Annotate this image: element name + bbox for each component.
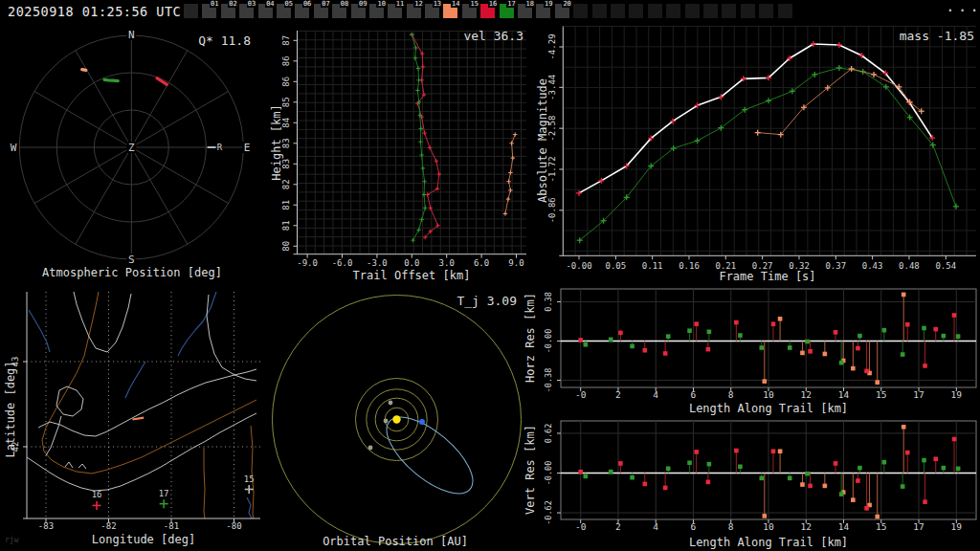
station-chip-09[interactable]: 09 <box>351 4 366 18</box>
station-chip-14[interactable]: 14 <box>443 4 457 18</box>
station-chip-12[interactable]: 12 <box>407 4 421 18</box>
svg-text:6.0: 6.0 <box>474 258 489 268</box>
svg-text:-81: -81 <box>164 521 179 531</box>
svg-text:86: 86 <box>281 55 291 66</box>
station-chip[interactable] <box>759 4 773 18</box>
svg-text:14: 14 <box>838 389 850 400</box>
svg-text:82: 82 <box>281 179 291 189</box>
svg-text:0.48: 0.48 <box>899 261 920 271</box>
svg-text:10: 10 <box>763 521 774 532</box>
station-chip-03[interactable]: 03 <box>239 4 254 18</box>
trail-ylabel: Height [km] <box>270 104 283 180</box>
station-chip-07[interactable]: 07 <box>314 4 328 18</box>
station-chip-05[interactable]: 05 <box>277 4 291 18</box>
station-chip[interactable] <box>611 4 625 18</box>
station-chip-15[interactable]: 15 <box>462 4 477 18</box>
mag-xlabel: Frame Time [s] <box>719 270 815 283</box>
svg-text:4: 4 <box>653 389 658 400</box>
velocity-value: vel 36.3 <box>463 29 523 43</box>
svg-text:-82: -82 <box>100 521 116 531</box>
station-chip[interactable] <box>722 4 736 18</box>
map-ground-track <box>132 418 144 420</box>
svg-text:-9.0: -9.0 <box>297 258 318 268</box>
planet-dot <box>384 419 389 424</box>
svg-text:17: 17 <box>913 521 924 532</box>
map-station-17: 17 <box>159 489 169 509</box>
svg-text:12: 12 <box>801 389 812 400</box>
svg-text:-0.62: -0.62 <box>544 500 553 525</box>
earth-dot <box>419 419 425 425</box>
station-chip-19[interactable]: 19 <box>536 4 550 18</box>
station-chip[interactable] <box>666 4 680 18</box>
station-chip-label: 19 <box>544 0 553 8</box>
app-root: 20250918 01:25:56 UTC 010203040506070809… <box>0 0 980 551</box>
station-chip-label: 04 <box>265 0 275 8</box>
svg-text:8: 8 <box>728 521 734 532</box>
svg-text:6: 6 <box>691 521 697 532</box>
svg-text:0.62: 0.62 <box>544 424 553 443</box>
svg-text:Z: Z <box>128 142 135 154</box>
svg-text:0.0: 0.0 <box>404 258 419 268</box>
station-chip[interactable] <box>573 4 588 18</box>
station-chip[interactable] <box>184 4 198 18</box>
station-chip[interactable] <box>778 4 792 18</box>
station-chip-label: 02 <box>228 0 237 8</box>
planet-dot <box>389 401 393 406</box>
svg-text:6: 6 <box>691 389 697 400</box>
svg-text:0.16: 0.16 <box>679 261 700 271</box>
station-chip-04[interactable]: 04 <box>258 4 273 18</box>
svg-text:17: 17 <box>159 489 169 498</box>
map-station-16: 16 <box>92 490 102 510</box>
station-chip-17[interactable]: 17 <box>500 4 514 18</box>
station-chip[interactable] <box>648 4 662 18</box>
station-chip[interactable] <box>629 4 643 18</box>
station-chip-06[interactable]: 06 <box>295 4 309 18</box>
trail-xlabel: Trail Offset [km] <box>353 269 471 282</box>
svg-text:14: 14 <box>838 521 850 532</box>
station-chip-02[interactable]: 02 <box>221 4 235 18</box>
magnitude-plot: -0.000.050.110.160.210.270.320.370.430.4… <box>547 27 976 272</box>
horz-res-ylabel: Horz Res [km] <box>523 293 537 383</box>
station-chip-11[interactable]: 11 <box>388 4 402 18</box>
svg-text:15: 15 <box>876 389 886 400</box>
svg-text:80: 80 <box>281 241 291 252</box>
svg-text:0.37: 0.37 <box>825 261 846 271</box>
mag-series-station-14 <box>755 66 924 138</box>
svg-text:-4.29: -4.29 <box>547 33 557 59</box>
watermark: rjw <box>5 536 18 544</box>
station-chip-label: 12 <box>413 0 423 8</box>
svg-text:81: 81 <box>281 200 291 210</box>
station-chip-label: 06 <box>302 0 312 8</box>
vert-res-xlabel: Length Along Trail [km] <box>689 536 848 549</box>
svg-text:15: 15 <box>876 521 886 532</box>
svg-text:-0.38: -0.38 <box>544 368 553 393</box>
svg-text:R: R <box>217 143 223 152</box>
ground-map-plot: -83-82-81-804342151617 <box>11 292 260 531</box>
station-chip[interactable] <box>703 4 718 18</box>
overflow-menu[interactable]: ... <box>946 0 980 15</box>
map-ylabel: Latitude [deg] <box>4 361 17 457</box>
station-chip-label: 17 <box>506 0 516 8</box>
station-chip-10[interactable]: 10 <box>369 4 384 18</box>
station-chip-16[interactable]: 16 <box>480 4 495 18</box>
station-chip-label: 05 <box>284 0 294 8</box>
station-chip-01[interactable]: 01 <box>202 4 216 18</box>
svg-text:81: 81 <box>281 220 291 231</box>
station-chip[interactable] <box>685 4 700 18</box>
station-chip-18[interactable]: 18 <box>518 4 532 18</box>
svg-text:-0.00: -0.00 <box>544 461 553 486</box>
trail-offset-plot: -9.0-6.0-3.00.03.06.09.08786868584838382… <box>281 31 526 268</box>
svg-text:4: 4 <box>653 521 658 532</box>
station-chip-label: 08 <box>340 0 349 8</box>
station-chip-13[interactable]: 13 <box>425 4 439 18</box>
station-chip-20[interactable]: 20 <box>555 4 569 18</box>
station-chip[interactable] <box>741 4 755 18</box>
station-chip[interactable] <box>592 4 607 18</box>
svg-text:86: 86 <box>281 77 291 87</box>
station-chip-08[interactable]: 08 <box>332 4 346 18</box>
station-chip-label: 15 <box>469 0 479 8</box>
mag-ylabel: Absolute Magnitude <box>536 78 549 203</box>
station-chip-label: 03 <box>247 0 256 8</box>
svg-text:3.0: 3.0 <box>439 258 455 268</box>
svg-text:W: W <box>11 142 17 154</box>
